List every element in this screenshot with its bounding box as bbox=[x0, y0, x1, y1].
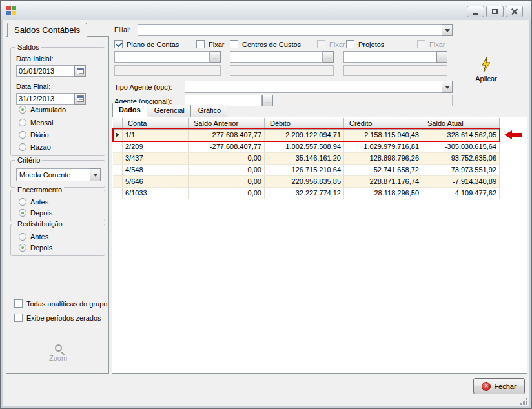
table-row[interactable]: 3/437 0,00 35.146.161,20 128.898.796,26 … bbox=[113, 152, 500, 164]
maximize-button[interactable] bbox=[486, 6, 504, 17]
aplicar-button[interactable]: Aplicar bbox=[469, 56, 503, 87]
grid-cell[interactable]: -93.752.635,06 bbox=[422, 152, 500, 164]
group-saldos-legend: Saldos bbox=[15, 43, 41, 51]
col-header-saldo-anterior[interactable]: Saldo Anterior bbox=[189, 118, 265, 129]
grid-cell[interactable]: 32.227.774,12 bbox=[265, 187, 344, 199]
centros-de-custos-lookup-button[interactable]: ... bbox=[323, 51, 334, 63]
close-button[interactable] bbox=[506, 6, 523, 17]
group-redistribuicao: Redistribuição Antes Depois bbox=[10, 224, 105, 256]
checkbox-icon bbox=[317, 40, 325, 48]
col-header-conta[interactable]: Conta bbox=[123, 118, 189, 129]
radio-encerramento-depois[interactable]: Depois bbox=[19, 209, 52, 217]
left-panel: Saldos Data Inicial: 01/01/2013 Data Fin… bbox=[6, 36, 109, 374]
radio-razao[interactable]: Razão bbox=[19, 143, 51, 151]
radio-redistribuicao-depois[interactable]: Depois bbox=[19, 244, 52, 252]
plano-de-contas-lookup-input[interactable] bbox=[114, 51, 210, 63]
grid-cell[interactable]: 52.741.658,72 bbox=[344, 164, 422, 175]
radio-diario[interactable]: Diário bbox=[19, 131, 49, 139]
checkbox-centros-de-custos[interactable]: Centros de Custos bbox=[230, 40, 301, 48]
grid-cell[interactable]: 128.898.796,26 bbox=[344, 152, 422, 164]
fechar-button[interactable]: Fechar bbox=[473, 378, 525, 394]
titlebar[interactable] bbox=[1, 1, 531, 20]
tab-saldos-contabeis[interactable]: Saldos Contábeis bbox=[7, 23, 87, 37]
checkbox-exibe-periodos[interactable]: Exibe períodos zerados bbox=[14, 314, 101, 322]
filial-select[interactable] bbox=[138, 24, 453, 36]
centros-de-custos-lookup-input[interactable] bbox=[230, 51, 323, 63]
app-icon bbox=[6, 6, 16, 15]
grid-cell[interactable]: 0,00 bbox=[189, 152, 265, 164]
grid-cell[interactable]: 2/209 bbox=[123, 141, 189, 152]
grid-cell[interactable]: 73.973.551,92 bbox=[422, 164, 500, 175]
checkbox-fixar-projetos: Fixar bbox=[417, 40, 445, 48]
criterio-select[interactable]: Moeda Corrente bbox=[16, 168, 101, 181]
grid-cell[interactable]: 4/548 bbox=[123, 164, 189, 175]
projetos-description-field bbox=[343, 65, 447, 76]
checkbox-fixar-label: Fixar bbox=[329, 41, 345, 48]
checkbox-fixar-plano[interactable]: Fixar bbox=[196, 40, 224, 48]
data-inicial-calendar-button[interactable] bbox=[74, 65, 86, 77]
data-final-calendar-button[interactable] bbox=[74, 93, 86, 105]
grid-cell[interactable]: -277.608.407,77 bbox=[189, 141, 265, 152]
grid-cell[interactable]: -7.914.340,89 bbox=[422, 175, 500, 187]
radio-encerramento-antes[interactable]: Antes bbox=[19, 198, 48, 206]
grid-cell[interactable]: 28.118.296,50 bbox=[344, 187, 422, 199]
tab-gerencial[interactable]: Gerencial bbox=[148, 105, 191, 117]
grid-cell[interactable]: 277.608.407,77 bbox=[189, 129, 265, 141]
grid-cell[interactable]: 328.614.562,05 bbox=[422, 129, 500, 141]
projetos-lookup-button[interactable]: ... bbox=[436, 51, 447, 63]
grid-cell[interactable]: 35.146.161,20 bbox=[265, 152, 344, 164]
checkbox-projetos[interactable]: Projetos bbox=[346, 40, 384, 48]
radio-antes-label: Antes bbox=[30, 233, 48, 241]
grid-cell[interactable]: 1.002.557.508,94 bbox=[265, 141, 344, 152]
annotation-arrow-icon bbox=[504, 130, 522, 139]
grid-cell[interactable]: 2.158.115.940,43 bbox=[344, 129, 422, 141]
minimize-button[interactable] bbox=[467, 6, 484, 17]
radio-acumulado[interactable]: Acumulado bbox=[19, 106, 66, 114]
grid-cell[interactable]: 0,00 bbox=[189, 164, 265, 175]
grid-cell[interactable]: 1.029.979.716,81 bbox=[344, 141, 422, 152]
projetos-lookup-input[interactable] bbox=[343, 51, 436, 63]
grid-cell[interactable]: 1/1 bbox=[123, 129, 189, 141]
table-row[interactable]: 5/646 0,00 220.956.835,85 228.871.176,74… bbox=[113, 175, 500, 187]
table-row[interactable]: 2/209 -277.608.407,77 1.002.557.508,94 1… bbox=[113, 141, 500, 152]
grid-cell[interactable]: 126.715.210,64 bbox=[265, 164, 344, 175]
data-final-input[interactable]: 31/12/2013 bbox=[16, 93, 74, 105]
col-header-saldo-atual[interactable]: Saldo Atual bbox=[422, 118, 500, 129]
table-row[interactable]: 1/1 277.608.407,77 2.209.122.094,71 2.15… bbox=[113, 129, 500, 141]
checkbox-plano-de-contas[interactable]: Plano de Contas bbox=[114, 40, 179, 48]
table-row[interactable]: 4/548 0,00 126.715.210,64 52.741.658,72 … bbox=[113, 164, 500, 175]
table-row[interactable]: 6/1033 0,00 32.227.774,12 28.118.296,50 … bbox=[113, 187, 500, 199]
tab-dados[interactable]: Dados bbox=[112, 103, 147, 117]
radio-mensal-label: Mensal bbox=[30, 119, 53, 126]
agente-description-field bbox=[285, 95, 453, 106]
tipo-agente-select[interactable] bbox=[185, 81, 453, 93]
zoom-button[interactable]: Zoom bbox=[26, 344, 90, 362]
data-inicial-input[interactable]: 01/01/2013 bbox=[16, 65, 74, 77]
tab-grafico[interactable]: Gráfico bbox=[192, 105, 227, 117]
close-icon bbox=[511, 8, 518, 15]
grid-cell[interactable]: 228.871.176,74 bbox=[344, 175, 422, 187]
grid-cell[interactable]: 4.109.477,62 bbox=[422, 187, 500, 199]
grid-cell[interactable]: 0,00 bbox=[189, 187, 265, 199]
checkbox-centros-label: Centros de Custos bbox=[242, 41, 301, 48]
radio-mensal[interactable]: Mensal bbox=[19, 119, 53, 126]
checkbox-todas-analiticas[interactable]: Todas analíticas do grupo bbox=[14, 299, 107, 308]
radio-redistribuicao-antes[interactable]: Antes bbox=[19, 233, 48, 241]
grid-cell[interactable]: 0,00 bbox=[189, 175, 265, 187]
checkbox-fixar-centros: Fixar bbox=[317, 40, 345, 48]
aplicar-button-label: Aplicar bbox=[475, 75, 497, 83]
agente-lookup-button[interactable]: ... bbox=[262, 95, 273, 106]
criterio-dropdown-button[interactable] bbox=[90, 168, 101, 181]
grid-cell[interactable]: 220.956.835,85 bbox=[265, 175, 344, 187]
grid-cell[interactable]: -305.030.615,64 bbox=[422, 141, 500, 152]
grid-cell[interactable]: 2.209.122.094,71 bbox=[265, 129, 344, 141]
resize-grip[interactable] bbox=[520, 398, 528, 406]
col-header-credito[interactable]: Crédito bbox=[344, 118, 422, 129]
filial-dropdown-button[interactable] bbox=[442, 24, 453, 36]
plano-de-contas-lookup-button[interactable]: ... bbox=[210, 51, 221, 63]
tipo-agente-dropdown-button[interactable] bbox=[442, 81, 453, 93]
col-header-debito[interactable]: Débito bbox=[265, 118, 344, 129]
grid-cell[interactable]: 3/437 bbox=[123, 152, 189, 164]
grid-cell[interactable]: 5/646 bbox=[123, 175, 189, 187]
grid-cell[interactable]: 6/1033 bbox=[123, 187, 189, 199]
